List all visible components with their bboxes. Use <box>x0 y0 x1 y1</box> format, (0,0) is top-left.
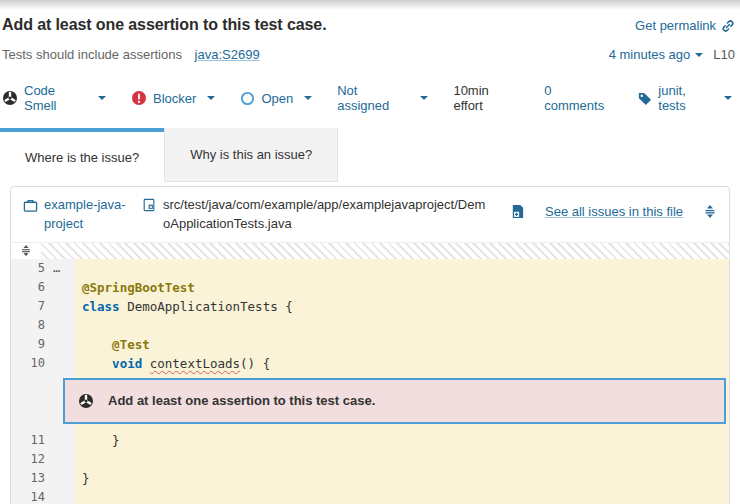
tab-where-is-the-issue[interactable]: Where is the issue? <box>0 128 164 182</box>
pin-file-button[interactable] <box>510 204 525 219</box>
chevron-down-icon <box>695 53 703 57</box>
severity-label: Blocker <box>153 91 196 106</box>
rule-key-link[interactable]: java:S2699 <box>195 47 260 62</box>
line-reference: L10 <box>713 47 735 62</box>
expand-file-button[interactable] <box>703 204 717 219</box>
issue-message-box[interactable]: Add at least one assertion to this test … <box>63 378 726 424</box>
expand-lines-button[interactable] <box>11 243 41 259</box>
code-content <box>75 488 729 504</box>
issue-type-label: Code Smell <box>24 83 87 113</box>
issue-location-token: contextLoads <box>150 356 240 371</box>
severity-dropdown[interactable]: Blocker <box>131 90 215 106</box>
line-number[interactable]: 7 <box>11 297 45 316</box>
comments-link[interactable]: 0 comments <box>544 83 612 113</box>
blocker-icon <box>131 90 147 106</box>
permalink-icon <box>721 19 735 33</box>
code-line-13: 13 } <box>11 469 729 488</box>
file-path: src/test/java/com/example/app/examplejav… <box>163 196 492 234</box>
file-header: example-java-project src/test/java/com/e… <box>11 187 729 242</box>
see-all-issues-link[interactable]: See all issues in this file <box>545 204 683 219</box>
issue-type-dropdown[interactable]: Code Smell <box>2 83 106 113</box>
line-ellipsis: … <box>53 259 60 278</box>
code-line-8: 8 <box>11 316 729 335</box>
code-line-10: 10 void contextLoads() { <box>11 354 729 373</box>
page-title: Add at least one assertion to this test … <box>2 16 327 34</box>
changelog-dropdown[interactable]: 4 minutes ago <box>609 47 704 62</box>
status-label: Open <box>261 91 293 106</box>
code-content: } <box>75 431 729 450</box>
code-content: void contextLoads() { <box>75 354 729 373</box>
code-line-14: 14 <box>11 488 729 504</box>
code-content: @SpringBootTest <box>75 278 729 297</box>
chevron-down-icon <box>304 96 312 100</box>
top-scroll-shadow <box>0 0 740 10</box>
project-link[interactable]: example-java-project <box>23 196 127 234</box>
line-number[interactable]: 12 <box>11 450 45 469</box>
code-line-12: 12 <box>11 450 729 469</box>
code-line-11: 11 } <box>11 431 729 450</box>
open-status-icon <box>240 91 255 106</box>
code-content: } <box>75 469 729 488</box>
line-number[interactable]: 14 <box>11 488 45 504</box>
chevron-down-icon <box>98 96 106 100</box>
get-permalink-link[interactable]: Get permalink <box>635 18 735 33</box>
line-number[interactable]: 10 <box>11 354 45 373</box>
effort-label: 10min effort <box>453 83 519 113</box>
issue-age: 4 minutes ago <box>609 47 691 62</box>
chevron-down-icon <box>724 96 732 100</box>
collapsed-lines-stripes <box>41 243 729 259</box>
line-number[interactable]: 13 <box>11 469 45 488</box>
expand-vertical-icon <box>703 204 717 219</box>
file-path-cell: src/test/java/com/example/app/examplejav… <box>142 196 492 234</box>
chevron-down-icon <box>207 96 215 100</box>
code-content: class DemoApplicationTests { <box>75 297 729 316</box>
code-line-7: 7 class DemoApplicationTests { <box>11 297 729 316</box>
code-viewer: 5… 6 @SpringBootTest 7 class DemoApplica… <box>11 259 729 504</box>
issue-location-row: Add at least one assertion to this test … <box>11 373 729 431</box>
code-content: @Test <box>75 335 729 354</box>
code-line-6: 6 @SpringBootTest <box>11 278 729 297</box>
tag-icon <box>637 91 652 106</box>
assignee-label: Not assigned <box>337 83 409 113</box>
line-number[interactable]: 5 <box>11 259 45 278</box>
file-icon <box>142 198 156 212</box>
pin-file-icon <box>510 204 525 219</box>
code-snippet-panel: example-java-project src/test/java/com/e… <box>10 186 730 504</box>
tags-label: junit, tests <box>658 83 713 113</box>
expand-lines-above-bar <box>11 242 729 259</box>
issue-header: Add at least one assertion to this test … <box>0 10 740 113</box>
project-name: example-java-project <box>44 196 127 234</box>
comments-count: 0 comments <box>544 83 612 113</box>
line-number[interactable]: 9 <box>11 335 45 354</box>
code-content <box>75 316 729 335</box>
code-line-5: 5… <box>11 259 729 278</box>
code-smell-icon <box>2 90 18 106</box>
code-smell-icon <box>78 393 94 409</box>
assignee-dropdown[interactable]: Not assigned <box>337 83 428 113</box>
code-content <box>75 450 729 469</box>
issue-meta-bar: Code Smell Blocker Open Not assigned 10m… <box>2 83 735 113</box>
line-number[interactable]: 8 <box>11 316 45 335</box>
code-line-9: 9 @Test <box>11 335 729 354</box>
tab-why-is-this-an-issue[interactable]: Why is this an issue? <box>164 128 338 182</box>
code-content <box>75 259 729 278</box>
issue-message: Add at least one assertion to this test … <box>108 393 375 408</box>
get-permalink-label: Get permalink <box>635 18 716 33</box>
project-icon <box>23 198 38 213</box>
chevron-down-icon <box>420 96 428 100</box>
line-number[interactable]: 11 <box>11 431 45 450</box>
expand-lines-icon <box>20 244 32 257</box>
rule-title: Tests should include assertions <box>2 47 182 62</box>
tags-dropdown[interactable]: junit, tests <box>637 83 732 113</box>
status-dropdown[interactable]: Open <box>240 91 312 106</box>
line-number[interactable]: 6 <box>11 278 45 297</box>
issue-tabs: Where is the issue? Why is this an issue… <box>0 128 740 182</box>
